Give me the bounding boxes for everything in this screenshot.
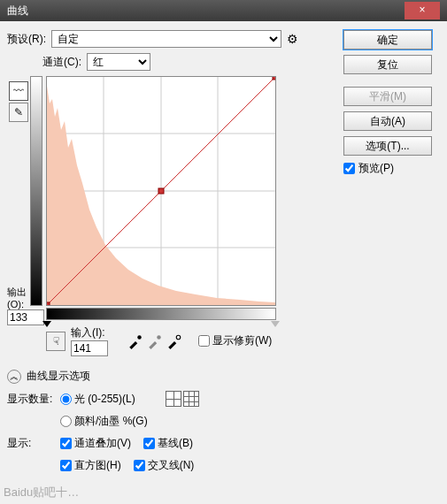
output-gradient: [30, 76, 42, 306]
channel-label: 通道(C):: [42, 55, 81, 70]
hand-tool-icon[interactable]: ☟: [46, 332, 66, 351]
intersection-checkbox[interactable]: 交叉线(N): [134, 458, 195, 473]
options-button[interactable]: 选项(T)...: [343, 136, 432, 156]
window-title: 曲线: [7, 0, 28, 21]
svg-point-9: [176, 335, 181, 340]
cancel-button[interactable]: 复位: [343, 55, 432, 74]
preset-label: 预设(R):: [7, 32, 46, 47]
white-eyedropper-icon[interactable]: [166, 333, 182, 349]
output-label: 输出(O):: [7, 286, 37, 309]
preset-menu-icon[interactable]: ⚙: [287, 32, 298, 46]
curve-point-mid[interactable]: [158, 188, 164, 194]
pencil-tool-icon[interactable]: ✎: [9, 103, 28, 122]
light-radio[interactable]: 光 (0-255)(L): [60, 392, 135, 407]
curve-tool-icon[interactable]: 〰: [9, 81, 28, 101]
input-label: 输入(I):: [71, 326, 105, 339]
white-point-slider[interactable]: [271, 321, 280, 327]
input-gradient: [46, 308, 276, 320]
display-options-toggle[interactable]: ︽: [7, 370, 21, 384]
preview-label: 预览(P): [358, 161, 394, 176]
grid-4-icon[interactable]: [166, 391, 181, 407]
output-field[interactable]: [7, 309, 44, 325]
black-point-slider[interactable]: [42, 321, 51, 327]
svg-point-8: [157, 335, 161, 340]
input-field[interactable]: [71, 340, 108, 356]
black-eyedropper-icon[interactable]: [127, 333, 143, 349]
ok-button[interactable]: 确定: [343, 30, 432, 50]
smooth-button[interactable]: 平滑(M): [343, 87, 432, 106]
watermark: Baidu贴吧十…: [4, 485, 79, 500]
baseline-checkbox[interactable]: 基线(B): [143, 436, 193, 451]
svg-point-7: [137, 335, 142, 340]
curve-point-shadow[interactable]: [47, 302, 50, 305]
channel-select[interactable]: 红: [87, 53, 150, 71]
display-options-header: 曲线显示选项: [27, 369, 90, 384]
curve-point-highlight[interactable]: [273, 77, 275, 80]
pigment-radio[interactable]: 颜料/油墨 %(G): [60, 414, 148, 429]
curve-graph[interactable]: [46, 76, 276, 306]
preview-checkbox[interactable]: [343, 163, 355, 174]
preset-select[interactable]: 自定: [51, 30, 281, 48]
show-label: 显示:: [7, 436, 60, 451]
gray-eyedropper-icon[interactable]: [147, 333, 163, 349]
show-clipping-checkbox[interactable]: 显示修剪(W): [198, 333, 272, 348]
histogram-checkbox[interactable]: 直方图(H): [60, 458, 121, 473]
channel-overlay-checkbox[interactable]: 通道叠加(V): [60, 436, 131, 451]
close-button[interactable]: ×: [405, 2, 440, 19]
amount-label: 显示数量:: [7, 392, 60, 407]
grid-9-icon[interactable]: [183, 391, 199, 407]
auto-button[interactable]: 自动(A): [343, 111, 432, 131]
